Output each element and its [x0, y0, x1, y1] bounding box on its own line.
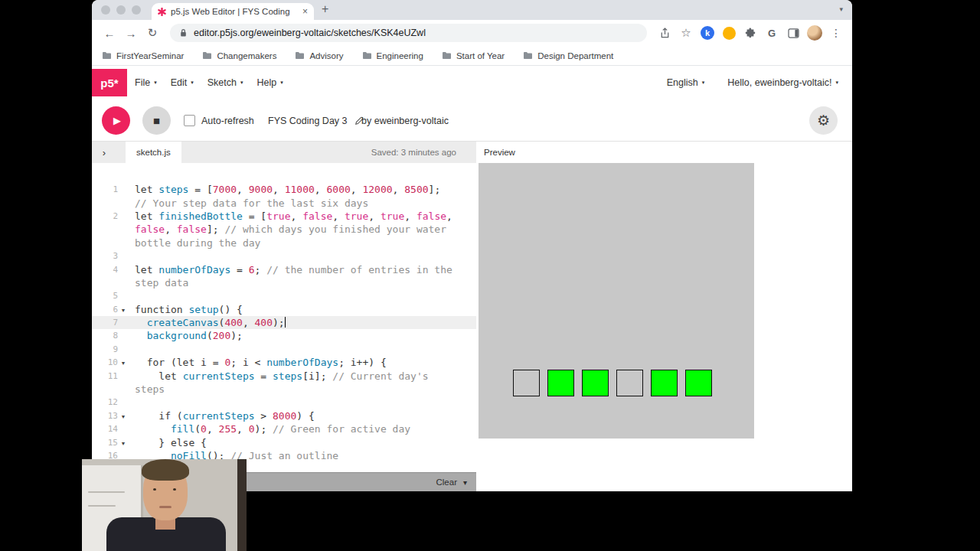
code-pane: › sketch.js Saved: 3 minutes ago 1let st…: [92, 142, 476, 491]
code-area[interactable]: 1let steps = [7000, 9000, 11000, 6000, 1…: [92, 163, 476, 472]
code-text: bottle during the day: [129, 237, 260, 249]
address-input[interactable]: editor.p5js.org/eweinberg-voltaic/sketch…: [170, 24, 647, 42]
p5-header: p5* File▾Edit▾Sketch▾Help▾ English ▾ Hel…: [92, 66, 852, 99]
window-close-button[interactable]: [101, 5, 110, 15]
file-tab-label: sketch.js: [136, 148, 171, 157]
menu-help[interactable]: Help▾: [256, 77, 283, 88]
code-text: let currentSteps = steps[i]; // Current …: [129, 370, 429, 382]
forward-button[interactable]: →: [122, 27, 139, 40]
code-row[interactable]: 7 createCanvas(400, 400);: [92, 316, 476, 329]
window-minimize-button[interactable]: [116, 5, 126, 15]
fold-arrow-icon[interactable]: ▼: [118, 439, 129, 446]
code-row[interactable]: 5: [92, 289, 476, 302]
bookmark-label: Engineering: [377, 51, 423, 60]
bookmark-item[interactable]: Engineering: [362, 51, 423, 60]
code-row[interactable]: 6▼function setup() {: [92, 303, 476, 316]
menu-sketch[interactable]: Sketch▾: [207, 77, 243, 88]
bookmark-label: Design Department: [537, 51, 613, 60]
account-menu[interactable]: Hello, eweinberg-voltaic! ▾: [727, 77, 838, 88]
code-text: if (currentSteps > 8000) {: [129, 410, 315, 422]
line-number: 1: [92, 184, 118, 194]
bookmark-item[interactable]: Start of Year: [442, 51, 505, 60]
folder-icon: [523, 51, 533, 60]
language-selector[interactable]: English ▾: [667, 77, 705, 88]
reload-button[interactable]: ↻: [144, 26, 161, 40]
code-text: step data: [129, 277, 188, 289]
menu-edit[interactable]: Edit▾: [171, 77, 194, 88]
code-row[interactable]: 1let steps = [7000, 9000, 11000, 6000, 1…: [92, 183, 476, 196]
code-row[interactable]: 11 let currentSteps = steps[i]; // Curre…: [92, 369, 476, 382]
code-row[interactable]: 3: [92, 249, 476, 262]
code-row[interactable]: 15▼ } else {: [92, 435, 476, 448]
code-row[interactable]: 12: [92, 396, 476, 409]
console-clear-button[interactable]: Clear: [436, 478, 456, 487]
p5-logo[interactable]: p5*: [92, 69, 127, 96]
fold-arrow-icon[interactable]: ▼: [118, 412, 129, 419]
menu-file[interactable]: File▾: [135, 77, 157, 88]
google-account-icon[interactable]: G: [763, 24, 780, 41]
code-row[interactable]: step data: [92, 276, 476, 289]
webcam-overlay: [82, 459, 247, 551]
file-tab-sketchjs[interactable]: sketch.js: [126, 142, 181, 163]
lock-icon[interactable]: [179, 28, 188, 37]
person-hair: [142, 459, 189, 481]
profile-avatar[interactable]: [806, 24, 823, 41]
bookmark-label: FirstYearSeminar: [116, 51, 184, 60]
code-row[interactable]: 8 background(200);: [92, 329, 476, 342]
file-tab-bar: › sketch.js Saved: 3 minutes ago: [92, 142, 476, 163]
code-row[interactable]: 2let finishedBottle = [true, false, true…: [92, 210, 476, 223]
honey-extension-icon[interactable]: [720, 24, 737, 41]
code-text: false, false]; // which days you finishe…: [129, 223, 446, 235]
bookmark-item[interactable]: Changemakers: [202, 51, 276, 60]
bookmark-label: Start of Year: [456, 51, 505, 60]
code-row[interactable]: 13▼ if (currentSteps > 8000) {: [92, 409, 476, 422]
stop-button[interactable]: ■: [142, 106, 171, 135]
sidebar-expand-button[interactable]: ›: [92, 142, 116, 163]
back-button[interactable]: ←: [101, 27, 118, 40]
bookmark-item[interactable]: Design Department: [523, 51, 613, 60]
code-text: let numberOfDays = 6; // the number of e…: [129, 264, 452, 276]
chevron-down-icon: ▾: [240, 80, 243, 86]
code-row[interactable]: steps: [92, 383, 476, 396]
address-bar-row: ← → ↻ editor.p5js.org/eweinberg-voltaic/…: [92, 20, 852, 46]
code-row[interactable]: 9: [92, 343, 476, 356]
kami-extension-icon[interactable]: k: [699, 24, 716, 41]
bookmark-item[interactable]: Advisory: [295, 51, 343, 60]
code-row[interactable]: 4let numberOfDays = 6; // the number of …: [92, 262, 476, 276]
chevron-down-icon: ▾: [191, 80, 194, 86]
play-button[interactable]: ▶: [102, 106, 130, 135]
line-number: 11: [92, 371, 118, 381]
window-zoom-button[interactable]: [132, 5, 141, 15]
console-collapse-icon[interactable]: ▾: [463, 478, 467, 487]
code-row[interactable]: bottle during the day: [92, 236, 476, 249]
code-row[interactable]: false, false]; // which days you finishe…: [92, 223, 476, 236]
door-frame: [237, 459, 247, 551]
p5-header-right: English ▾ Hello, eweinberg-voltaic! ▾: [667, 66, 838, 99]
browser-menu-icon[interactable]: ⋮: [828, 24, 844, 41]
code-text: let finishedBottle = [true, false, true,…: [129, 210, 452, 222]
code-text: let steps = [7000, 9000, 11000, 6000, 12…: [129, 184, 440, 195]
auto-refresh-checkbox[interactable]: [184, 115, 195, 126]
line-number: 5: [92, 291, 118, 301]
new-tab-button[interactable]: +: [322, 2, 328, 16]
fold-arrow-icon[interactable]: ▼: [118, 306, 129, 313]
settings-button[interactable]: ⚙: [809, 106, 838, 135]
code-row[interactable]: // Your step data for the last six days: [92, 196, 476, 209]
p5-menu: File▾Edit▾Sketch▾Help▾: [135, 66, 283, 99]
tab-close-icon[interactable]: ×: [302, 7, 308, 16]
extensions-puzzle-icon[interactable]: [742, 24, 759, 41]
day-square: [582, 370, 609, 396]
bookmark-star-icon[interactable]: ☆: [678, 24, 694, 41]
share-icon[interactable]: [656, 24, 673, 41]
url-text: editor.p5js.org/eweinberg-voltaic/sketch…: [194, 28, 426, 38]
browser-tab[interactable]: p5.js Web Editor | FYS Coding ×: [152, 3, 314, 20]
code-row[interactable]: 10▼ for (let i = 0; i < numberOfDays; i+…: [92, 356, 476, 369]
side-panel-icon[interactable]: [785, 24, 802, 41]
bookmark-item[interactable]: FirstYearSeminar: [102, 51, 184, 60]
folder-icon: [362, 51, 372, 60]
code-row[interactable]: 14 fill(0, 255, 0); // Green for active …: [92, 422, 476, 435]
tab-search-chevron-icon[interactable]: ▾: [839, 5, 843, 13]
fold-arrow-icon: [118, 215, 129, 217]
folder-icon: [295, 51, 305, 60]
fold-arrow-icon[interactable]: ▼: [118, 359, 129, 366]
